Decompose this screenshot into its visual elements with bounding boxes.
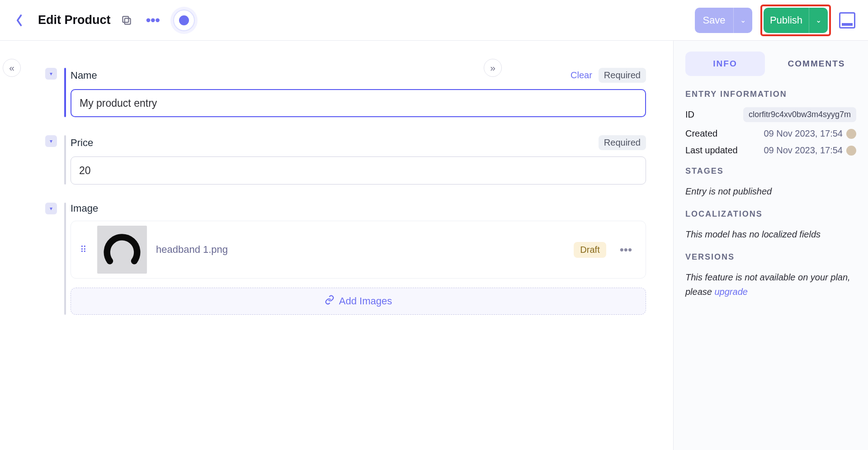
- chevron-down-icon: ⌄: [816, 16, 821, 24]
- name-field-label: Name: [71, 70, 97, 81]
- drag-handle-icon[interactable]: ⠿: [80, 244, 88, 255]
- copy-icon[interactable]: [121, 14, 132, 26]
- field-collapse-handle[interactable]: ▾: [45, 68, 57, 80]
- versions-title: VERSIONS: [685, 252, 856, 262]
- image-filename: headband 1.png: [156, 244, 565, 256]
- image-field-label: Image: [71, 203, 98, 214]
- field-collapse-handle[interactable]: ▾: [45, 203, 57, 214]
- save-button-group: Save ⌄: [695, 8, 752, 33]
- stages-note: Entry is not published: [685, 184, 856, 199]
- chevron-down-icon: ⌄: [740, 16, 746, 24]
- link-icon: [325, 295, 335, 308]
- upgrade-link[interactable]: upgrade: [715, 287, 748, 297]
- svg-rect-0: [124, 18, 130, 24]
- localizations-title: LOCALIZATIONS: [685, 209, 856, 219]
- versions-note: This feature is not available on your pl…: [685, 270, 856, 299]
- more-menu-button[interactable]: •••: [142, 10, 164, 30]
- clear-name-button[interactable]: Clear: [571, 70, 592, 81]
- stages-title: STAGES: [685, 166, 856, 176]
- tab-comments[interactable]: COMMENTS: [777, 52, 856, 76]
- page-title: Edit Product: [38, 13, 111, 27]
- updated-value: 09 Nov 2023, 17:54: [764, 145, 843, 156]
- id-label: ID: [685, 109, 694, 120]
- add-images-button[interactable]: Add Images: [71, 288, 646, 315]
- updated-label: Last updated: [685, 145, 738, 156]
- created-label: Created: [685, 128, 717, 139]
- avatar[interactable]: [846, 146, 856, 156]
- entry-information-title: ENTRY INFORMATION: [685, 90, 856, 99]
- publish-button[interactable]: Publish: [764, 8, 809, 33]
- price-input[interactable]: [71, 156, 646, 185]
- status-badge: Draft: [574, 242, 606, 258]
- image-thumbnail: [97, 226, 147, 274]
- field-accent-bar: [64, 68, 66, 117]
- created-value: 09 Nov 2023, 17:54: [764, 128, 843, 139]
- field-collapse-handle[interactable]: ▾: [45, 135, 57, 147]
- image-more-menu[interactable]: •••: [615, 241, 637, 259]
- save-button[interactable]: Save: [695, 8, 733, 33]
- collapse-right-button[interactable]: »: [484, 59, 502, 77]
- required-badge: Required: [599, 135, 646, 150]
- field-accent-bar: [64, 135, 66, 185]
- panel-toggle-button[interactable]: [839, 12, 855, 28]
- publish-dropdown-button[interactable]: ⌄: [809, 8, 828, 33]
- svg-rect-1: [123, 16, 128, 22]
- avatar[interactable]: [846, 129, 856, 139]
- image-asset-card[interactable]: ⠿ headband 1.png Draft •••: [71, 221, 646, 279]
- price-field-label: Price: [71, 137, 93, 149]
- publish-highlight: Publish ⌄: [760, 5, 831, 36]
- save-dropdown-button[interactable]: ⌄: [733, 8, 752, 33]
- versions-note-text: This feature is not available on your pl…: [685, 272, 850, 297]
- tab-info[interactable]: INFO: [685, 52, 765, 76]
- collapse-left-button[interactable]: «: [3, 59, 21, 77]
- back-button[interactable]: [14, 14, 25, 27]
- entry-id-value[interactable]: clorfitr9c4xv0bw3m4syyg7m: [743, 107, 856, 122]
- localizations-note: This model has no localized fields: [685, 227, 856, 242]
- name-input[interactable]: [71, 89, 646, 117]
- required-badge: Required: [599, 68, 646, 83]
- pulse-dot-icon: [179, 15, 189, 25]
- field-accent-bar: [64, 203, 66, 315]
- add-images-label: Add Images: [339, 295, 392, 307]
- status-indicator[interactable]: [173, 9, 195, 31]
